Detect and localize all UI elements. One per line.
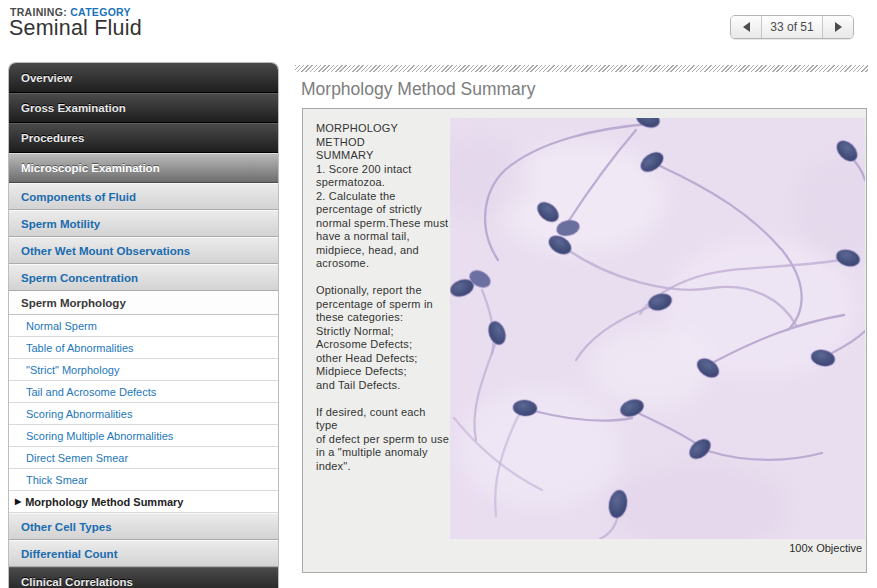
prev-arrow-icon [743,22,750,32]
sidebar-item-differential-count[interactable]: Differential Count [9,540,278,567]
content-panel: MORPHOLOGY METHOD SUMMARY 1. Score 200 i… [302,108,867,573]
page: { "header": { "breadcrumb": { "prefix": … [0,0,877,588]
hatched-divider [295,65,868,72]
sidebar-item-thick-smear[interactable]: Thick Smear [9,469,278,491]
page-count-label: 33 of 51 [762,16,822,38]
method-summary-text: MORPHOLOGY METHOD SUMMARY 1. Score 200 i… [316,122,449,473]
prev-page-button[interactable] [731,16,762,38]
sperm-micrograph-image [450,118,865,539]
sidebar-item-overview[interactable]: Overview [9,63,278,93]
active-item-arrow-icon: ▶ [15,498,21,506]
section-title: Morphology Method Summary [301,79,535,100]
sidebar-item-clinical-correlations[interactable]: Clinical Correlations [9,567,278,588]
sidebar-item-other-cell-types[interactable]: Other Cell Types [9,513,278,540]
sidebar-item-label: Morphology Method Summary [25,496,183,508]
sidebar-item-procedures[interactable]: Procedures [9,123,278,153]
sidebar-item-gross-examination[interactable]: Gross Examination [9,93,278,123]
sidebar-item-other-wet-mount-observations[interactable]: Other Wet Mount Observations [9,237,278,264]
pager: 33 of 51 [730,15,854,39]
sidebar-item-sperm-motility[interactable]: Sperm Motility [9,210,278,237]
sidebar-nav: Overview Gross Examination Procedures Mi… [8,62,279,588]
next-page-button[interactable] [822,16,853,38]
sidebar-item-strict-morphology[interactable]: "Strict" Morphology [9,359,278,381]
sidebar-item-sperm-morphology[interactable]: Sperm Morphology [9,291,278,315]
sidebar-item-microscopic-examination[interactable]: Microscopic Examination [9,153,278,183]
sidebar-item-morphology-method-summary[interactable]: ▶ Morphology Method Summary [9,491,278,513]
sidebar-item-sperm-concentration[interactable]: Sperm Concentration [9,264,278,291]
sidebar-item-scoring-multiple-abnormalities[interactable]: Scoring Multiple Abnormalities [9,425,278,447]
page-title: Seminal Fluid [9,16,142,41]
sidebar-item-scoring-abnormalities[interactable]: Scoring Abnormalities [9,403,278,425]
sidebar-item-direct-semen-smear[interactable]: Direct Semen Smear [9,447,278,469]
sidebar-item-normal-sperm[interactable]: Normal Sperm [9,315,278,337]
next-arrow-icon [835,22,842,32]
objective-caption: 100x Objective [789,542,862,554]
sidebar-item-table-of-abnormalities[interactable]: Table of Abnormalities [9,337,278,359]
sidebar-item-tail-and-acrosome-defects[interactable]: Tail and Acrosome Defects [9,381,278,403]
sidebar-item-components-of-fluid[interactable]: Components of Fluid [9,183,278,210]
